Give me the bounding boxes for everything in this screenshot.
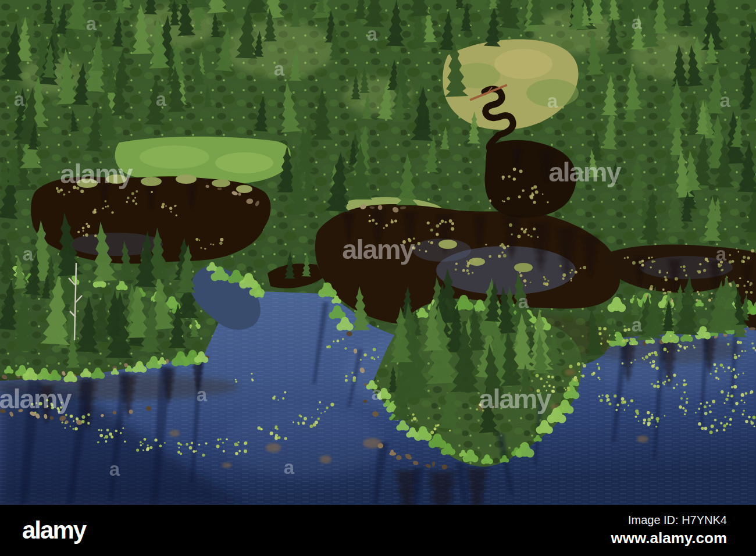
lily-pad (127, 197, 130, 199)
lily-pad (645, 355, 648, 359)
lily-pad (105, 435, 108, 439)
lily-pad (136, 449, 139, 452)
lily-pad (575, 270, 577, 273)
scene-svg: alamy alamy alamy alamy alamy a a a a a … (0, 0, 756, 505)
lily-pad (520, 274, 523, 277)
lily-pad (635, 415, 637, 418)
lily-pad (238, 450, 241, 452)
lily-pad (507, 197, 510, 201)
lily-pad (106, 429, 109, 432)
lily-pad (753, 347, 755, 349)
lily-pad (342, 338, 344, 340)
lily-pad (462, 269, 465, 272)
lily-pad (192, 450, 195, 453)
lily-pad (502, 179, 504, 180)
lily-pad (547, 375, 550, 378)
lily-pad (61, 422, 63, 424)
submerged-rock (266, 443, 281, 452)
lily-pad (210, 244, 212, 245)
lily-pad (105, 200, 107, 202)
watermark-tile: a (86, 13, 97, 34)
lily-pad (695, 412, 697, 414)
lily-pad (311, 416, 313, 418)
lily-pad (299, 415, 301, 417)
lily-pad (176, 215, 177, 216)
lily-pad (662, 382, 664, 384)
lily-pad (317, 418, 320, 420)
lily-pad (441, 220, 444, 223)
lily-pad (698, 422, 701, 426)
lily-pad (630, 399, 633, 402)
lily-pad (737, 341, 740, 344)
lily-pad (219, 242, 222, 245)
lily-pad (627, 328, 630, 331)
lily-pad (643, 419, 646, 422)
lily-pad (98, 429, 100, 431)
lily-pad (115, 430, 118, 433)
lily-pad (571, 269, 573, 272)
lily-pad (702, 294, 704, 296)
lily-pad (624, 257, 626, 259)
lily-pad (205, 442, 208, 444)
watermark-tile: a (372, 383, 383, 404)
lily-pad (83, 230, 84, 232)
submerged-rock (222, 462, 231, 468)
lily-pad (195, 450, 197, 452)
lily-pad (345, 379, 348, 382)
lily-pad (519, 170, 523, 173)
lily-pad (751, 249, 754, 252)
lily-pad (411, 419, 413, 422)
lily-pad (455, 263, 458, 265)
lily-pad (508, 175, 511, 178)
lily-pad (56, 187, 59, 190)
lily-pad (605, 394, 609, 398)
lily-pad (734, 375, 736, 376)
lily-pad (715, 370, 718, 373)
photo-figure: alamy alamy alamy alamy alamy a a a a a … (0, 0, 756, 505)
lily-pad (564, 387, 565, 389)
lily-pad (708, 299, 711, 302)
lily-pad (430, 431, 434, 434)
lily-pad (313, 423, 316, 427)
lily-pad (320, 412, 322, 414)
lily-pad (302, 422, 305, 425)
lily-pad (651, 352, 654, 354)
lily-pad (614, 394, 616, 397)
lily-pad (371, 357, 374, 359)
lily-pad (733, 368, 736, 371)
lily-pad (666, 376, 668, 377)
lily-pad (727, 343, 729, 345)
lily-pad (686, 401, 689, 404)
lily-pad (697, 270, 698, 272)
submerged-rock (169, 430, 180, 437)
lily-pad (394, 219, 397, 222)
lily-pad (621, 397, 625, 401)
lily-pad (360, 359, 362, 361)
lily-pad (727, 394, 729, 397)
lily-pad (715, 377, 718, 379)
lily-pad (627, 256, 629, 259)
lily-pad (683, 266, 685, 268)
lily-pad (647, 423, 650, 426)
lily-pad (624, 409, 626, 411)
lily-pad (132, 199, 135, 202)
lily-pad (372, 219, 375, 222)
lily-pad (85, 233, 88, 237)
lily-pad (485, 244, 487, 245)
lily-pad (551, 390, 555, 393)
lily-pad (385, 224, 388, 227)
lily-pad (732, 409, 735, 412)
lily-pad (375, 222, 377, 224)
lily-pad (425, 250, 427, 252)
lily-pad (583, 364, 586, 368)
lily-pad (276, 428, 279, 430)
lily-pad (598, 395, 600, 397)
lily-pad (677, 350, 680, 352)
lily-pad (466, 269, 469, 272)
lily-pad (738, 374, 740, 376)
lily-pad (709, 373, 711, 375)
lily-pad (583, 266, 586, 269)
lily-pad (430, 241, 433, 244)
lily-pad (200, 247, 202, 249)
lily-pad (449, 219, 452, 223)
